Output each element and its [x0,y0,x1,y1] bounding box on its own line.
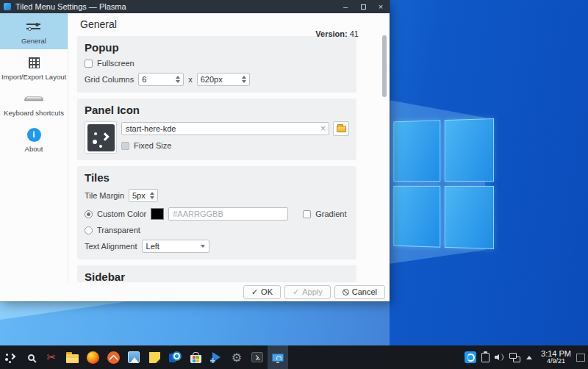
search-button[interactable] [21,345,41,369]
maximize-icon [361,4,366,10]
photos-button[interactable] [123,345,144,369]
fullscreen-label: Fullscreen [97,59,135,68]
file-explorer-button[interactable] [62,345,82,369]
color-swatch[interactable] [151,208,164,220]
clear-field-icon[interactable]: × [320,123,326,134]
spinner-arrows-icon[interactable] [242,76,246,83]
store-button[interactable] [185,345,206,369]
video-app-button[interactable] [206,345,226,369]
windows-logo [393,118,494,249]
close-button[interactable]: × [372,0,390,13]
show-desktop-button[interactable] [576,354,585,362]
ok-button[interactable]: ✓ OK [243,285,281,299]
popup-height-spinner[interactable]: 620px [197,73,250,86]
nav-item-general[interactable]: General [0,13,68,49]
fullscreen-checkbox[interactable] [85,60,93,68]
scissors-icon: ✂ [47,351,57,364]
grid-columns-row: Grid Columns 6 x 620px [85,73,349,86]
tiled-menu-logo-icon [87,124,115,151]
popup-section-title: Popup [85,41,349,54]
outlook-button[interactable] [165,345,185,369]
store-bag-icon [190,355,201,363]
panel-icon-row: × Fixed Size [85,121,349,154]
panel-icon-input[interactable] [121,122,329,135]
grid-columns-spinner[interactable]: 6 [138,73,184,86]
terminal-icon [251,352,263,362]
transparent-radio[interactable] [85,226,93,234]
text-alignment-dropdown[interactable]: Left [142,240,209,253]
minimize-button[interactable]: – [337,0,354,13]
spinner-arrows-icon[interactable] [150,192,154,199]
tiles-section-title: Tiles [85,171,349,184]
tile-margin-label: Tile Margin [85,191,124,200]
display-settings-icon [272,354,284,362]
spinner-arrows-icon[interactable] [176,76,180,83]
outlook-icon [169,351,182,364]
sticky-notes-icon [149,352,160,363]
scrollbar-thumb[interactable] [382,35,387,97]
taskbar-clock[interactable]: 3:14 PM 4/9/21 [541,349,571,365]
sliders-icon [1,18,67,35]
color-hex-input[interactable] [168,207,288,221]
orange-app-icon [107,351,120,364]
gradient-checkbox[interactable] [303,210,311,218]
maximize-button[interactable] [354,0,372,13]
dialog-footer: ✓ OK ✓ Apply Cancel [0,282,390,301]
settings-nav: General Import/Export Layout Keyboard sh… [0,13,68,301]
settings-button[interactable]: ⚙ [226,345,247,369]
panel-icon-section: Panel Icon × [77,98,356,160]
browse-icon-button[interactable] [333,121,349,136]
search-icon [28,354,35,361]
nav-item-about[interactable]: i About [0,121,68,157]
tile-margin-spinner[interactable]: 5px [129,189,158,202]
start-button[interactable] [0,345,21,369]
photos-icon [128,351,140,363]
apply-button[interactable]: ✓ Apply [284,285,331,299]
cancel-button[interactable]: Cancel [334,285,385,299]
nav-item-keyboard-shortcuts[interactable]: Keyboard shortcuts [0,85,68,121]
window-title: Tiled Menu Settings — Plasma [15,2,126,11]
firefox-button[interactable] [82,345,103,369]
panel-icon-preview-button[interactable] [85,121,117,154]
cancel-icon [343,289,349,295]
fixed-size-checkbox[interactable] [121,142,129,150]
media-app-button[interactable] [103,345,123,369]
window-app-icon [4,3,11,10]
nav-label: Import/Export Layout [1,73,66,81]
titlebar[interactable]: Tiled Menu Settings — Plasma – × [0,0,390,13]
text-alignment-row: Text Alignment Left [85,240,349,253]
sidebar-section: Sidebar Width 48px Icon Size 32px [77,265,356,282]
show-hidden-icons-button[interactable] [522,345,537,369]
gradient-label: Gradient [315,209,346,218]
transparent-label: Transparent [97,226,140,234]
active-task-settings-window[interactable] [268,345,288,369]
panel-icon-section-title: Panel Icon [85,104,349,116]
system-tray: 3:14 PM 4/9/21 [463,345,588,369]
tray-clipboard[interactable] [478,345,492,369]
nav-item-import-export[interactable]: Import/Export Layout [0,49,68,85]
screenshot-tool-button[interactable]: ✂ [41,345,62,369]
custom-color-label: Custom Color [97,209,146,218]
custom-color-radio[interactable] [85,210,93,218]
nav-label: General [21,37,46,45]
sticky-notes-button[interactable] [144,345,165,369]
tray-sync-app[interactable] [463,345,478,369]
gear-icon: ⚙ [232,351,242,365]
fixed-size-label: Fixed Size [134,141,171,150]
panel-icon-field-wrap: × [121,122,329,135]
tray-displays[interactable] [507,345,522,369]
terminal-button[interactable] [247,345,268,369]
tile-margin-row: Tile Margin 5px [85,189,349,202]
window-controls: – × [337,0,390,13]
tray-volume[interactable] [492,345,507,369]
clock-date: 4/9/21 [541,358,571,365]
grid-columns-label: Grid Columns [85,75,134,84]
nav-label: Keyboard shortcuts [4,109,64,117]
fixed-size-row: Fixed Size [121,141,349,150]
blue-arrow-plus-icon [210,351,222,363]
text-alignment-label: Text Alignment [85,242,137,251]
chevron-down-icon [201,245,205,248]
page-title: General [80,18,390,30]
grid-separator: x [188,75,193,84]
firefox-icon [87,351,99,364]
